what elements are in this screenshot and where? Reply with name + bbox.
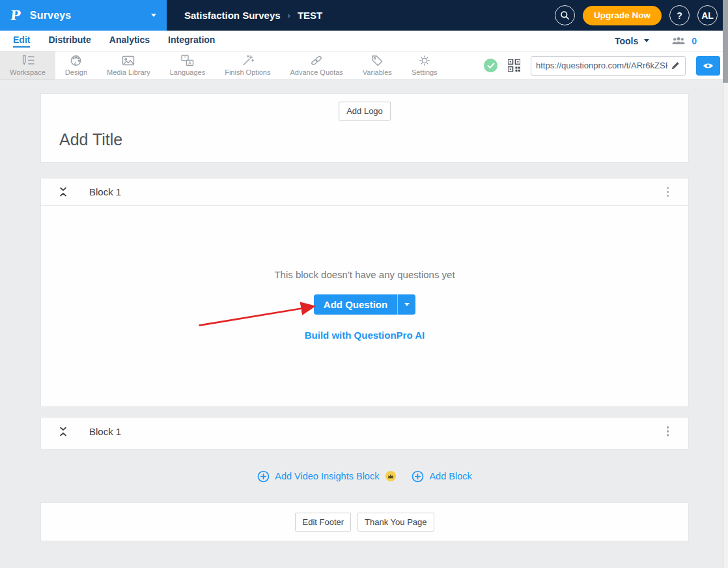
block-menu-button[interactable] [664,423,672,439]
tag-icon [371,55,384,66]
collaborators-button[interactable]: 0 [671,36,697,46]
kebab-menu-icon [667,187,669,190]
block-card: Block 1 This block doesn't have any ques… [40,178,689,407]
eye-icon [703,62,714,70]
survey-footer-card: Edit Footer Thank You Page [40,502,689,541]
product-name: Surveys [30,10,72,21]
thank-you-page-button[interactable]: Thank You Page [357,513,434,532]
tools-dropdown[interactable]: Tools [615,36,649,46]
tool-variables[interactable]: Variables [353,51,402,79]
survey-url-field[interactable]: https://questionpro.com/t/ARr6kZSE [531,56,686,76]
empty-block-message: This block doesn't have any questions ye… [274,269,455,280]
tool-label: Workspace [10,68,46,76]
qr-code-icon [508,59,520,72]
tool-languages[interactable]: *A Languages [160,51,215,79]
scrollbar-track[interactable] [723,0,728,568]
preview-button[interactable] [696,56,720,76]
breadcrumb: Satisfaction Surveys › TEST [184,10,322,21]
tool-label: Advance Quotas [290,68,343,76]
tools-label: Tools [615,36,638,46]
block-footer-card: Block 1 [40,417,689,449]
tool-label: Finish Options [225,68,270,76]
avatar-initials: AL [701,10,714,21]
kebab-menu-icon [667,426,669,429]
saved-status-badge [484,59,497,72]
nav-right: Tools 0 [615,36,715,46]
tool-settings[interactable]: Settings [402,51,447,79]
tool-design[interactable]: Design [55,51,97,79]
help-button[interactable]: ? [669,5,690,25]
kebab-menu-icon [667,434,669,436]
check-circle-icon [487,63,495,69]
collapse-block-button[interactable] [58,427,68,436]
block-header: Block 1 [41,418,688,445]
survey-url: https://questionpro.com/t/ARr6kZSE [536,61,667,70]
nav-tabs: Edit Distribute Analytics Integration [13,35,215,48]
tool-label: Design [65,68,87,76]
topbar-actions: Upgrade Now ? AL [555,5,728,25]
tool-label: Settings [412,68,438,76]
empty-state: This block doesn't have any questions ye… [41,206,688,341]
add-block-link[interactable]: Add Block [412,470,471,483]
collapse-icon [58,187,68,197]
tab-integration[interactable]: Integration [168,35,215,48]
add-title-placeholder[interactable]: Add Title [59,130,122,149]
tool-advance-quotas[interactable]: Advance Quotas [280,51,352,79]
add-video-insights-label: Add Video Insights Block [275,471,379,481]
tab-analytics[interactable]: Analytics [109,35,150,48]
user-avatar[interactable]: AL [697,5,718,25]
block-body: This block doesn't have any questions ye… [41,206,688,407]
top-bar: P Surveys Satisfaction Surveys › TEST Up… [0,0,728,31]
plus-circle-icon [257,470,270,483]
pencil-icon[interactable] [671,61,680,70]
chevron-down-icon [404,303,410,306]
collapse-icon [58,427,68,436]
people-icon [671,36,686,46]
tab-distribute[interactable]: Distribute [48,35,91,48]
tool-label: Media Library [107,68,150,76]
search-button[interactable] [555,5,575,25]
add-block-row: Add Video Insights Block Add Block [40,466,689,486]
survey-header-card: Add Logo Add Title [40,93,689,163]
tool-finish-options[interactable]: Finish Options [215,51,280,79]
wand-icon [242,55,254,66]
add-logo-button[interactable]: Add Logo [339,102,391,121]
questionpro-logo: P [10,7,21,23]
help-icon: ? [677,10,682,21]
block-header: Block 1 [41,178,688,206]
section-nav: Edit Distribute Analytics Integration To… [0,31,728,51]
collaborators-count: 0 [692,36,697,46]
svg-text:*: * [184,55,186,60]
tab-edit[interactable]: Edit [13,35,30,48]
svg-text:A: A [188,61,191,65]
product-switcher[interactable]: P Surveys [0,0,167,31]
block-menu-button[interactable] [664,184,672,200]
workspace-icon [20,55,35,66]
scrollbar-thumb[interactable] [723,0,728,83]
qr-code-button[interactable] [508,59,520,72]
tool-media-library[interactable]: Media Library [97,51,160,79]
toolbar-right: https://questionpro.com/t/ARr6kZSE [484,51,728,79]
breadcrumb-parent[interactable]: Satisfaction Surveys [184,10,281,21]
upgrade-now-button[interactable]: Upgrade Now [583,6,662,25]
kebab-menu-icon [667,430,669,433]
collapse-block-button[interactable] [58,187,68,197]
breadcrumb-current[interactable]: TEST [298,10,322,21]
tool-label: Languages [170,68,205,76]
add-question-split-button: Add Question [314,294,415,315]
add-question-button[interactable]: Add Question [314,294,397,315]
links-icon [310,55,323,66]
translate-icon: *A [181,55,194,66]
edit-footer-button[interactable]: Edit Footer [295,513,351,532]
gear-icon [418,55,431,66]
image-icon [122,55,135,66]
kebab-menu-icon [667,195,669,197]
tool-workspace[interactable]: Workspace [0,51,55,79]
premium-badge [385,471,396,481]
add-video-insights-block-link[interactable]: Add Video Insights Block [257,470,396,483]
add-question-dropdown[interactable] [397,294,415,315]
palette-icon [70,55,82,66]
add-block-label: Add Block [429,471,471,481]
plus-circle-icon [412,470,424,483]
build-with-ai-link[interactable]: Build with QuestionPro AI [305,330,425,341]
